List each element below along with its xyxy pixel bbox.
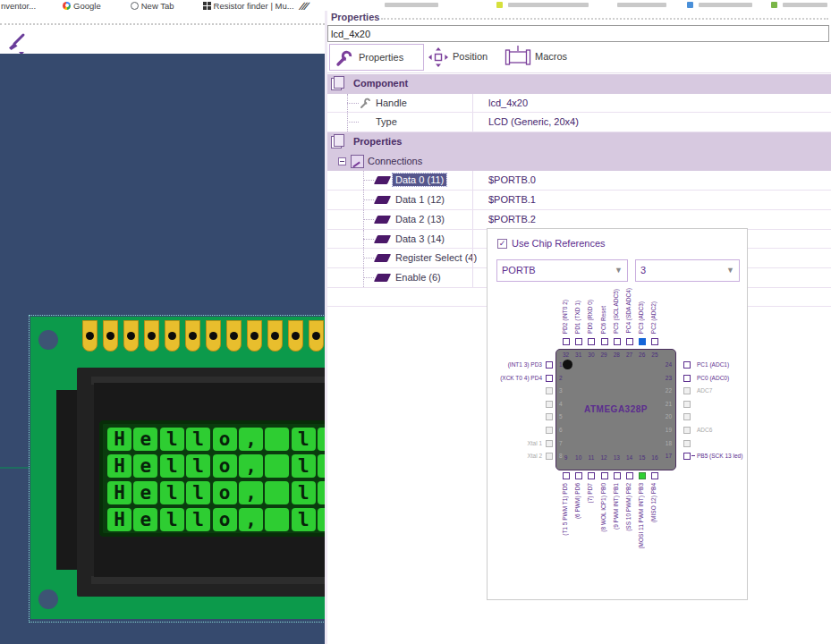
chip-pin-1[interactable] <box>546 361 553 369</box>
mounting-hole <box>38 330 58 350</box>
chip-pin-5[interactable] <box>546 413 553 420</box>
chip-pin-15[interactable] <box>639 472 646 479</box>
bookmark-smudge <box>385 3 438 7</box>
lcd-cell: e <box>133 508 157 531</box>
tab-macros[interactable]: Macros <box>505 44 576 71</box>
chip-pin-number: 3 <box>559 387 571 394</box>
chip-pin-label: PC6 Reset <box>599 306 608 334</box>
chip-pin-label: (T1 5 PWM T1) PD5 <box>561 483 570 536</box>
chip-pin-10[interactable] <box>575 472 582 479</box>
chip-pin-6[interactable] <box>546 427 553 434</box>
chip-pin-number: 14 <box>623 454 636 462</box>
chip-pin-13[interactable] <box>614 472 621 479</box>
chip-pin-14[interactable] <box>626 472 633 479</box>
chip-pin-number: 10 <box>572 454 585 462</box>
chip-pin-label: ADC7 <box>697 387 712 394</box>
use-chip-references-label: Use Chip References <box>512 238 606 249</box>
bookmark-item[interactable]: Resistor finder | Mu... <box>203 1 294 11</box>
chip-pin-21[interactable] <box>683 401 691 408</box>
property-row-data-1-12[interactable]: Data 1 (12)$PORTB.1 <box>327 191 831 210</box>
tab-properties[interactable]: Properties <box>329 44 424 71</box>
lcd-cell: e <box>133 481 157 504</box>
lcd-cell <box>265 454 289 478</box>
chip-pin-label: PC1 (ADC1) <box>697 361 729 369</box>
chip-pin-19[interactable] <box>683 427 691 434</box>
chip-pin-number: 19 <box>660 427 672 434</box>
chip-pin-11[interactable] <box>588 472 595 479</box>
chip-pin-label: Xtal 2 <box>488 453 542 460</box>
bit-select[interactable]: 3 ▼ <box>635 259 740 282</box>
chip-pin-label: PD2 (INT0 2) <box>561 300 570 334</box>
connection-label: Enable (6) <box>395 268 441 288</box>
tree-line <box>363 180 374 181</box>
tab-position-label: Position <box>453 51 488 62</box>
chip-pin-12[interactable] <box>601 472 608 479</box>
lcd-header-pin <box>103 320 118 352</box>
property-row-data-0-11[interactable]: Data 0 (11)$PORTB.0 <box>327 171 831 191</box>
chip-pin-22[interactable] <box>683 387 691 394</box>
chip-pin-23[interactable] <box>683 375 691 382</box>
property-row-handle[interactable]: Handlelcd_4x20 <box>327 94 831 114</box>
chip-pin-label: PC4 (SDA ADC4) <box>624 288 633 334</box>
use-chip-references-checkbox[interactable]: ✓ <box>497 239 507 249</box>
chip-pin-8[interactable] <box>546 453 553 460</box>
property-row-component[interactable]: Component <box>327 74 831 94</box>
chip-pin-number: 21 <box>660 401 672 408</box>
chip-pin-25[interactable] <box>651 338 658 345</box>
chip-pin-number: 28 <box>610 352 623 359</box>
schematic-canvas[interactable]: Hello,liHello,liHello,liHello,li <box>0 11 325 644</box>
chip-pin-26[interactable] <box>639 338 646 345</box>
chip-pin-28[interactable] <box>614 338 621 345</box>
connection-icon <box>374 176 391 184</box>
chip-pin-label: (MOSI 11 PWM INT) PB3 <box>637 483 646 549</box>
selected-connection-label: Data 0 (11) <box>393 174 446 186</box>
chip-pin-29[interactable] <box>601 338 608 345</box>
property-row-properties[interactable]: Properties <box>327 132 831 152</box>
connection-label: Data 3 (14) <box>395 230 445 250</box>
chip-pin-number: 31 <box>572 352 585 359</box>
wire[interactable] <box>0 467 30 469</box>
lcd-cell: l <box>186 428 210 451</box>
connection-icon <box>374 254 391 262</box>
collapse-toggle[interactable] <box>338 157 346 165</box>
lcd-cell: H <box>107 428 131 451</box>
chip-pin-24[interactable] <box>683 361 691 369</box>
connection-icon <box>374 235 391 243</box>
chip-pin-7[interactable] <box>546 440 553 447</box>
chip-pin-2[interactable] <box>546 375 553 382</box>
tab-position[interactable]: Position <box>428 44 501 71</box>
chip-pin-4[interactable] <box>546 401 553 408</box>
property-row-connections[interactable]: Connections <box>327 152 831 172</box>
lcd-cell <box>265 508 289 531</box>
property-row-type[interactable]: TypeLCD (Generic, 20x4) <box>327 113 831 132</box>
chip-pin-31[interactable] <box>575 338 582 345</box>
chip-pin-30[interactable] <box>588 338 595 345</box>
lcd-header-pin <box>82 320 98 352</box>
lcd-component[interactable]: Hello,liHello,liHello,liHello,li <box>30 317 325 619</box>
schematic-background[interactable]: Hello,liHello,liHello,liHello,li <box>0 54 325 644</box>
chip-pin-number: 13 <box>610 454 623 462</box>
chip-pin-number: 26 <box>636 352 649 359</box>
chip-pin-32[interactable] <box>563 338 570 345</box>
chip-pin-17[interactable] <box>683 453 691 460</box>
chip-pin-label: Xtal 1 <box>488 440 542 447</box>
chip-pin-number: 23 <box>660 375 672 382</box>
properties-panel: Properties Properties Position <box>327 11 831 644</box>
chip-pin-18[interactable] <box>683 440 691 447</box>
chip-pin-20[interactable] <box>683 413 691 420</box>
pin-lead-line <box>691 455 695 456</box>
chip-pin-9[interactable] <box>563 472 570 479</box>
port-select[interactable]: PORTB ▼ <box>496 259 628 282</box>
bookmark-item[interactable]: /// <box>300 1 307 11</box>
property-row-data-2-13[interactable]: Data 2 (13)$PORTB.2 <box>327 210 831 230</box>
paintbrush-tool-button[interactable] <box>4 32 30 55</box>
bookmark-item[interactable]: nventor... <box>1 1 36 11</box>
chip-pin-27[interactable] <box>626 338 633 345</box>
lcd-cell: H <box>107 454 131 478</box>
lcd-cell <box>265 428 289 451</box>
component-name-input[interactable] <box>327 25 829 42</box>
bookmark-item[interactable]: Google <box>63 1 101 11</box>
chip-pin-3[interactable] <box>546 387 553 394</box>
chip-pin-16[interactable] <box>651 472 658 479</box>
bookmark-item[interactable]: New Tab <box>131 1 174 11</box>
